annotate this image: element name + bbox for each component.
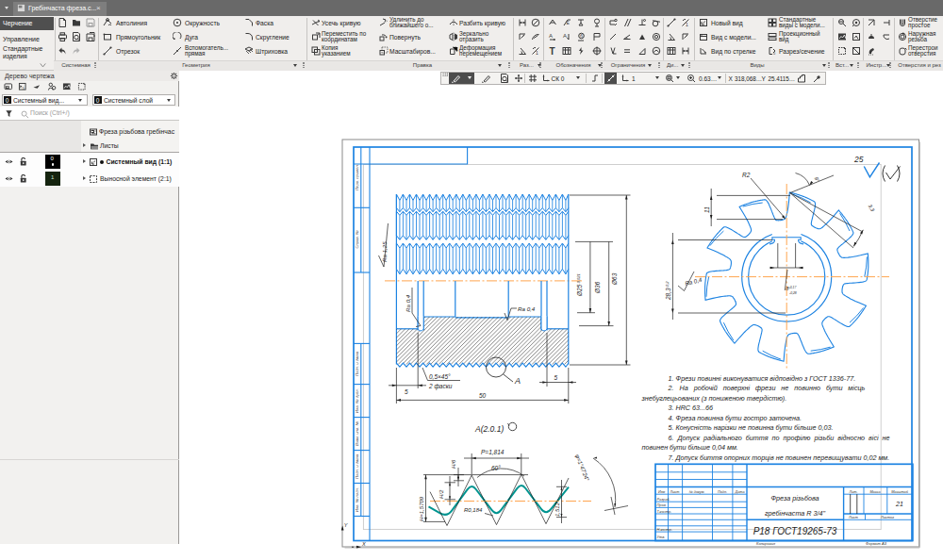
svg-text:7. Допуск биття опорних торців: 7. Допуск биття опорних торців не повине… xyxy=(669,453,890,462)
svg-text:A: A xyxy=(549,33,553,39)
svg-text:6. Допуск радіального биття: 6. Допуск радіального биття по профілю р… xyxy=(669,434,890,442)
svg-text:1: 1 xyxy=(686,22,688,27)
svg-text:H/2: H/2 xyxy=(438,489,444,499)
svg-text:E: E xyxy=(567,20,571,25)
svg-text:50: 50 xyxy=(479,392,487,399)
svg-text:11: 11 xyxy=(703,206,710,213)
svg-text:2 фаски: 2 фаски xyxy=(428,383,453,390)
svg-text:Ra 1,25: Ra 1,25 xyxy=(381,241,388,262)
svg-text:60°: 60° xyxy=(491,465,501,471)
svg-text:Фреза різьбова: Фреза різьбова xyxy=(770,494,819,502)
svg-text:Перв. примен.: Перв. примен. xyxy=(355,164,359,190)
svg-text:X: X xyxy=(361,541,366,547)
svg-text:№ докум.: № докум. xyxy=(689,490,705,494)
svg-text:Ø63: Ø63 xyxy=(611,272,618,286)
svg-text:Инв. № подл.: Инв. № подл. xyxy=(355,487,359,512)
svg-text:Копировал: Копировал xyxy=(756,541,776,546)
svg-text:Листов: Листов xyxy=(880,516,894,519)
svg-text:повинен бути більше 0,04 мм.: повинен бути більше 0,04 мм. xyxy=(642,443,738,452)
svg-text:гребінчаста R 3/4": гребінчаста R 3/4" xyxy=(765,509,826,518)
svg-text:Инв. № дубл.: Инв. № дубл. xyxy=(355,388,359,413)
svg-text:Ra 0,4: Ra 0,4 xyxy=(518,305,536,312)
svg-text:Пров.: Пров. xyxy=(657,502,667,507)
svg-text:Справ. №: Справ. № xyxy=(355,230,359,248)
svg-text:Ø36: Ø36 xyxy=(594,281,601,294)
svg-text:Формат A3: Формат A3 xyxy=(866,541,887,546)
svg-text:25: 25 xyxy=(853,155,864,164)
svg-text:1: 1 xyxy=(536,50,538,56)
svg-text:А: А xyxy=(514,376,521,386)
svg-text:R0,184: R0,184 xyxy=(464,507,483,513)
svg-text:Изм: Изм xyxy=(658,490,665,494)
svg-text:21: 21 xyxy=(895,501,903,507)
svg-text:Подп. и дата: Подп. и дата xyxy=(355,351,359,376)
svg-text:Лист: Лист xyxy=(670,490,680,494)
svg-text:Дата: Дата xyxy=(734,490,744,494)
svg-text:P=1,814: P=1,814 xyxy=(481,449,505,455)
svg-text:1. Фрези повинні виконуватися: 1. Фрези повинні виконуватися відповідно… xyxy=(669,374,856,383)
svg-text:Y: Y xyxy=(344,522,348,528)
svg-text:Лист: Лист xyxy=(848,516,858,519)
svg-text:Подп.: Подп. xyxy=(718,490,727,494)
svg-text:H/6: H/6 xyxy=(451,459,456,469)
svg-text:б: б xyxy=(580,33,583,39)
svg-text:Подп. и дата: Подп. и дата xyxy=(355,453,359,479)
svg-text:А(2.0.1): А(2.0.1) xyxy=(474,424,504,434)
svg-text:Разраб.: Разраб. xyxy=(657,497,670,502)
svg-text:3. HRC 63...66: 3. HRC 63...66 xyxy=(669,404,714,412)
svg-text:H=1,5709: H=1,5709 xyxy=(419,496,424,521)
svg-text:Лит.: Лит. xyxy=(849,490,858,494)
svg-text:2. На робочій поверхні: 2. На робочій поверхні фрези не повинно … xyxy=(668,384,866,392)
svg-text:5: 5 xyxy=(554,374,558,381)
svg-text:1: 1 xyxy=(22,86,24,90)
svg-text:Н.контр.: Н.контр. xyxy=(657,527,672,532)
svg-text:0: 0 xyxy=(773,51,776,56)
svg-text:Ra 0,4: Ra 0,4 xyxy=(405,294,411,312)
svg-text:Масса: Масса xyxy=(869,490,880,494)
svg-text:T: T xyxy=(550,46,555,56)
svg-text:0,5×45°: 0,5×45° xyxy=(429,373,451,380)
svg-text:4. Фреза повинна бути гостро з: 4. Фреза повинна бути гостро заточена. xyxy=(669,414,802,422)
svg-text:A: A xyxy=(563,33,567,39)
svg-text:Масштаб: Масштаб xyxy=(891,490,909,494)
svg-text:Взам. инв. №: Взам. инв. № xyxy=(355,421,359,446)
svg-text:5. Конусність нарізки не повин: 5. Конусність нарізки не повинна бути бі… xyxy=(669,423,834,432)
svg-text:знебуглецьованих (з пониженою: знебуглецьованих (з пониженою твердістю)… xyxy=(641,394,787,403)
svg-text:Т.контр.: Т.контр. xyxy=(657,509,672,514)
svg-text:1,512: 1,512 xyxy=(554,502,560,517)
svg-text:R2: R2 xyxy=(742,172,751,178)
svg-text:Утв.: Утв. xyxy=(657,535,666,539)
svg-text:-0,28: -0,28 xyxy=(789,291,797,295)
svg-text:Р18 ГОСТ19265-73: Р18 ГОСТ19265-73 xyxy=(753,526,837,536)
svg-text:5: 5 xyxy=(405,388,408,395)
